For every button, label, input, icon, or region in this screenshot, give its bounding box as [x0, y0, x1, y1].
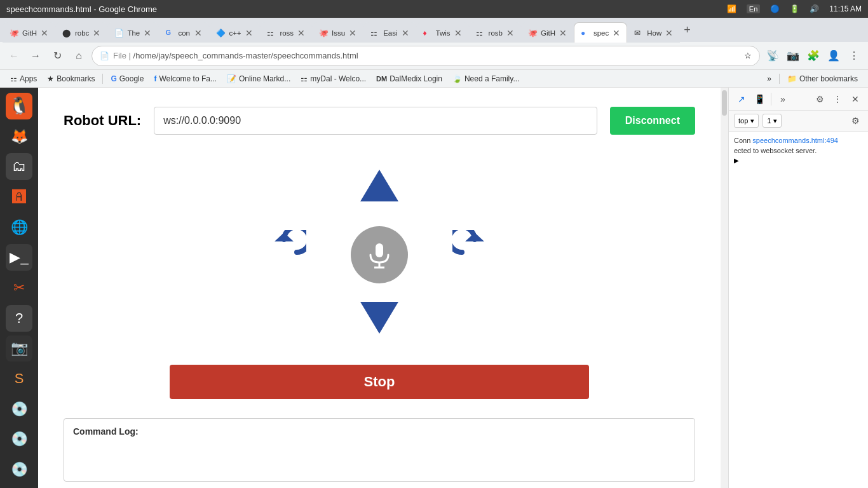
- tab-con[interactable]: G con ✕: [158, 22, 209, 43]
- bookmarks-folder[interactable]: ★ Bookmarks: [43, 73, 98, 85]
- sidebar-item-disk1[interactable]: 💿: [6, 396, 32, 423]
- robot-url-input[interactable]: [154, 107, 597, 135]
- address-input-area[interactable]: 📄 File | /home/jay/speech_commands-maste…: [92, 46, 760, 66]
- sidebar-item-software[interactable]: 🅰: [6, 184, 32, 210]
- tab-close-icon[interactable]: ✕: [245, 29, 253, 37]
- bookmark-google[interactable]: G Google: [107, 73, 147, 85]
- microphone-button[interactable]: [351, 226, 408, 283]
- mydal-icon: ⚏: [301, 74, 308, 83]
- tab-favicon: 🐙: [528, 29, 537, 37]
- devtools-close-icon[interactable]: ✕: [848, 92, 863, 107]
- devtools-page-dropdown[interactable]: 1 ▾: [763, 114, 782, 128]
- devtools-settings-gear-icon[interactable]: ⚙: [812, 92, 827, 107]
- tab-close-icon[interactable]: ✕: [297, 29, 305, 37]
- robot-url-label: Robot URL:: [64, 112, 141, 129]
- back-button[interactable]: ←: [5, 47, 23, 65]
- backward-arrow-button[interactable]: [351, 286, 408, 349]
- forward-button[interactable]: →: [27, 47, 44, 65]
- tab-bar: 🐙 GitH ✕ ⬤ robc ✕ 📄 The ✕ G con ✕ 🔷 c++ …: [0, 18, 868, 42]
- home-button[interactable]: ⌂: [70, 47, 88, 65]
- bookmark-dalmedix[interactable]: DM DalMedix Login: [372, 73, 446, 85]
- tab-close-icon[interactable]: ✕: [41, 29, 48, 37]
- robot-url-row: Robot URL: Disconnect: [64, 107, 695, 135]
- devtools-caret[interactable]: ▶: [734, 157, 863, 164]
- devtools-more-icon[interactable]: »: [775, 92, 790, 107]
- tab-rob[interactable]: ⬤ robc ✕: [55, 22, 107, 43]
- tab-close-icon[interactable]: ✕: [194, 29, 202, 37]
- tab-spec[interactable]: ● spec ✕: [574, 22, 627, 43]
- tab-issu[interactable]: 🐙 Issu ✕: [312, 22, 363, 43]
- sidebar-item-sketchbook[interactable]: ✂: [6, 274, 32, 301]
- new-tab-button[interactable]: +: [680, 24, 695, 37]
- profile-icon[interactable]: 👤: [825, 47, 843, 65]
- stop-button[interactable]: Stop: [170, 365, 589, 399]
- devtools-vertical-dots-icon[interactable]: ⋮: [830, 92, 845, 107]
- bookmarks-apps[interactable]: ⚏ Apps: [6, 73, 41, 85]
- tab-how[interactable]: ✉ How ✕: [627, 22, 680, 43]
- tab-close-icon[interactable]: ✕: [349, 29, 356, 37]
- sidebar-item-terminal[interactable]: ▶_: [6, 244, 32, 271]
- tab-close-icon[interactable]: ✕: [402, 29, 409, 37]
- url-separator: |: [129, 51, 133, 60]
- bookmark-markdown[interactable]: 📝 Online Markd...: [223, 73, 294, 85]
- welcome-fa-label: Welcome to Fa...: [159, 74, 216, 83]
- tab-github1[interactable]: 🐙 GitH ✕: [3, 22, 55, 43]
- bookmarks-separator: [102, 74, 103, 84]
- tab-rosb[interactable]: ⚏ rosb ✕: [469, 22, 521, 43]
- sidebar-item-chrome[interactable]: 🌐: [6, 214, 32, 241]
- turn-right-button[interactable]: [446, 224, 503, 286]
- tab-favicon: 📄: [114, 29, 123, 37]
- sidebar-item-files[interactable]: 🗂: [6, 153, 32, 180]
- scrollbar-thumb[interactable]: [722, 90, 727, 116]
- bookmarks-star-icon: ★: [47, 74, 54, 83]
- bookmarks-more[interactable]: »: [763, 73, 775, 85]
- screenshot-icon[interactable]: 📷: [784, 47, 802, 65]
- sidebar-item-sublime[interactable]: S: [6, 365, 32, 392]
- sidebar-item-ubuntu[interactable]: 🐧: [6, 93, 32, 119]
- sidebar-item-firefox[interactable]: 🦊: [6, 123, 32, 150]
- tab-easi[interactable]: ⚏ Easi ✕: [363, 22, 416, 43]
- turn-left-button[interactable]: [255, 224, 313, 286]
- scrollbar-track[interactable]: [721, 88, 728, 488]
- forward-arrow-button[interactable]: [351, 160, 408, 224]
- cast-icon[interactable]: 📡: [764, 47, 782, 65]
- extensions-icon[interactable]: 🧩: [804, 47, 822, 65]
- tab-close-icon[interactable]: ✕: [454, 29, 462, 37]
- devtools-settings-right-icon[interactable]: ⚙: [848, 113, 863, 128]
- bookmark-welcome-fa[interactable]: f Welcome to Fa...: [150, 73, 220, 85]
- menu-icon[interactable]: ⋮: [845, 47, 863, 65]
- devtools-log-link[interactable]: speechcommands.html:494: [752, 137, 838, 144]
- tab-github2[interactable]: 🐙 GitH ✕: [521, 22, 574, 43]
- tab-label: ross: [280, 29, 294, 37]
- tab-close-icon[interactable]: ✕: [93, 29, 100, 37]
- tab-close-icon[interactable]: ✕: [144, 29, 151, 37]
- devtools-context-dropdown[interactable]: top ▾: [734, 114, 759, 128]
- tab-label: con: [178, 29, 191, 37]
- google-label: Google: [119, 74, 144, 83]
- devtools-device-icon[interactable]: 📱: [752, 92, 767, 107]
- disconnect-button[interactable]: Disconnect: [610, 107, 695, 135]
- tab-close-icon[interactable]: ✕: [665, 29, 673, 37]
- devtools-inspect-icon[interactable]: ↗: [734, 92, 749, 107]
- tab-close-icon[interactable]: ✕: [506, 29, 514, 37]
- tab-label: How: [647, 29, 661, 37]
- tab-ross[interactable]: ⚏ ross ✕: [260, 22, 312, 43]
- sidebar-item-camera[interactable]: 📷: [6, 336, 32, 362]
- tab-favicon: 🔷: [216, 29, 225, 37]
- bookmarks-label: Bookmarks: [57, 74, 95, 83]
- bookmark-family[interactable]: 🍃 Need a Family...: [449, 73, 523, 85]
- sidebar-item-help[interactable]: ?: [6, 305, 32, 332]
- bookmark-star-icon[interactable]: ☆: [744, 51, 752, 60]
- sidebar-item-disk3[interactable]: 💿: [6, 456, 32, 483]
- tab-close-icon[interactable]: ✕: [613, 29, 620, 37]
- bookmark-mydal[interactable]: ⚏ myDal - Welco...: [297, 73, 370, 85]
- microphone-icon: [365, 241, 393, 269]
- other-bookmarks[interactable]: 📁 Other bookmarks: [783, 73, 862, 85]
- reload-button[interactable]: ↻: [48, 47, 66, 65]
- tab-close-icon[interactable]: ✕: [559, 29, 567, 37]
- google-icon: G: [111, 74, 116, 83]
- tab-the[interactable]: 📄 The ✕: [107, 22, 158, 43]
- tab-twis[interactable]: ♦ Twis ✕: [416, 22, 469, 43]
- tab-cpp[interactable]: 🔷 c++ ✕: [209, 22, 260, 43]
- sidebar-item-disk2[interactable]: 💿: [6, 426, 32, 453]
